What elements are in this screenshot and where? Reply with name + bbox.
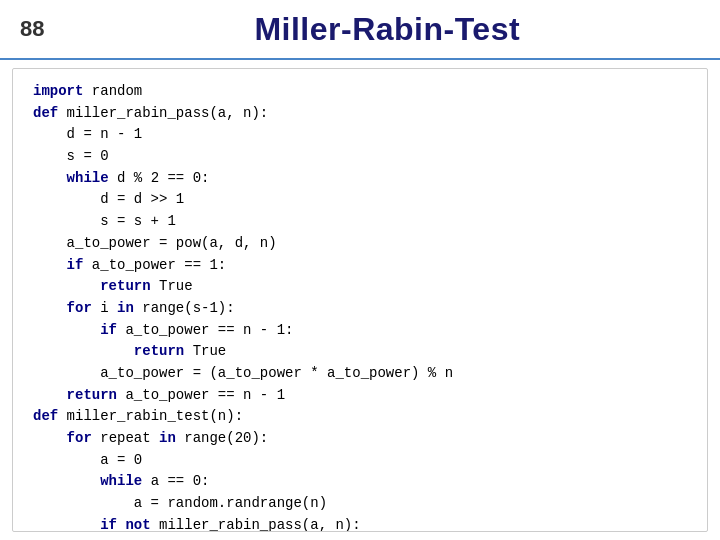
code-block: import random def miller_rabin_pass(a, n… — [33, 81, 687, 532]
slide-container: 88 Miller-Rabin-Test import random def m… — [0, 0, 720, 540]
code-content-area: import random def miller_rabin_pass(a, n… — [12, 68, 708, 532]
slide-header: 88 Miller-Rabin-Test — [0, 0, 720, 60]
slide-number: 88 — [20, 16, 44, 42]
slide-title: Miller-Rabin-Test — [74, 11, 700, 48]
